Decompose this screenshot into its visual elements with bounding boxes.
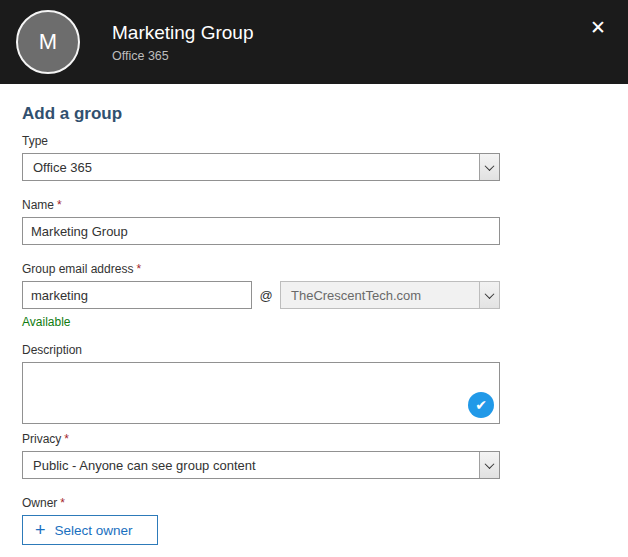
plus-icon: + <box>35 521 46 539</box>
privacy-select-value: Public - Anyone can see group content <box>23 458 479 473</box>
email-local-input[interactable] <box>22 281 252 309</box>
select-owner-label: Select owner <box>55 523 133 538</box>
check-icon: ✔ <box>475 397 487 413</box>
email-row: @ TheCrescentTech.com <box>22 281 500 309</box>
close-button[interactable]: ✕ <box>586 14 610 41</box>
type-label-text: Type <box>22 134 48 148</box>
chevron-down-icon <box>479 452 499 478</box>
description-label-text: Description <box>22 343 82 357</box>
chevron-down-icon <box>479 282 499 308</box>
avatar-letter: M <box>39 29 57 55</box>
privacy-field-group: Privacy* Public - Anyone can see group c… <box>22 432 500 479</box>
name-input[interactable] <box>22 217 500 245</box>
type-select-value: Office 365 <box>23 160 479 175</box>
page-title: Add a group <box>22 104 500 124</box>
privacy-select[interactable]: Public - Anyone can see group content <box>22 451 500 479</box>
header-text: Marketing Group Office 365 <box>112 22 254 63</box>
panel-header: M Marketing Group Office 365 ✕ <box>0 0 628 84</box>
owner-label: Owner* <box>22 496 500 510</box>
owner-field-group: Owner* + Select owner <box>22 496 500 545</box>
privacy-label: Privacy* <box>22 432 500 446</box>
owner-required-marker: * <box>60 496 65 510</box>
panel-subtitle: Office 365 <box>112 49 254 63</box>
type-select[interactable]: Office 365 <box>22 153 500 181</box>
type-field-group: Type Office 365 <box>22 134 500 181</box>
name-field-group: Name* <box>22 198 500 245</box>
email-label: Group email address* <box>22 262 500 276</box>
at-symbol: @ <box>252 288 280 303</box>
panel-title: Marketing Group <box>112 22 254 44</box>
valid-check-badge: ✔ <box>468 392 494 418</box>
privacy-required-marker: * <box>64 432 69 446</box>
description-textarea[interactable] <box>22 362 500 424</box>
availability-status: Available <box>22 315 500 329</box>
email-field-group: Group email address* @ TheCrescentTech.c… <box>22 262 500 329</box>
email-required-marker: * <box>136 262 141 276</box>
add-group-panel: M Marketing Group Office 365 ✕ Add a gro… <box>0 0 628 545</box>
close-icon: ✕ <box>590 17 606 38</box>
avatar: M <box>16 10 80 74</box>
select-owner-button[interactable]: + Select owner <box>22 515 158 545</box>
chevron-down-icon <box>479 154 499 180</box>
email-label-text: Group email address <box>22 262 133 276</box>
description-label: Description <box>22 343 500 357</box>
description-wrapper: ✔ <box>22 362 500 424</box>
name-label-text: Name <box>22 198 54 212</box>
name-label: Name* <box>22 198 500 212</box>
owner-label-text: Owner <box>22 496 57 510</box>
add-group-form: Add a group Type Office 365 Name* Group … <box>22 104 500 545</box>
privacy-label-text: Privacy <box>22 432 61 446</box>
domain-select-value: TheCrescentTech.com <box>281 288 479 303</box>
name-required-marker: * <box>57 198 62 212</box>
description-field-group: Description ✔ <box>22 343 500 424</box>
domain-select[interactable]: TheCrescentTech.com <box>280 281 500 309</box>
type-label: Type <box>22 134 500 148</box>
